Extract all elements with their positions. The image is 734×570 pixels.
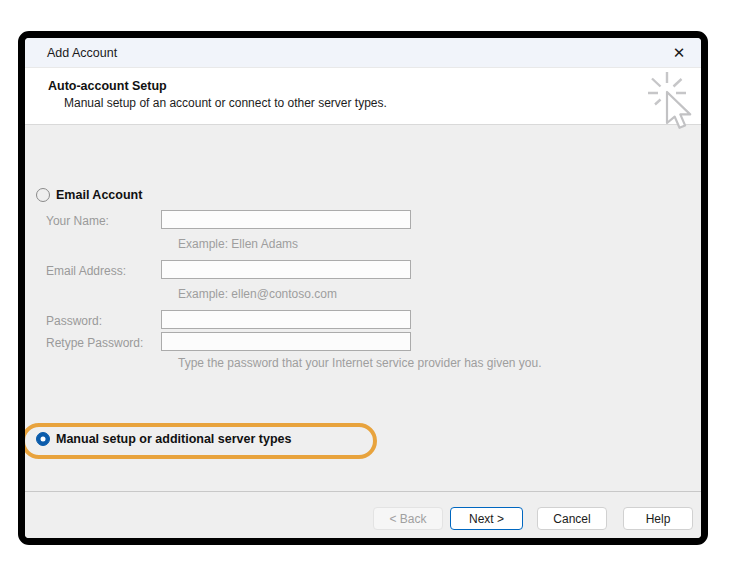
password-label: Password:: [46, 314, 102, 328]
wizard-header: Auto-account Setup Manual setup of an ac…: [25, 68, 701, 125]
retype-password-label: Retype Password:: [46, 336, 143, 350]
cancel-button[interactable]: Cancel: [537, 507, 607, 530]
help-button[interactable]: Help: [623, 507, 693, 530]
radio-checked-icon[interactable]: [36, 432, 50, 446]
close-icon[interactable]: ✕: [665, 40, 693, 66]
retype-password-input[interactable]: [161, 332, 411, 351]
dialog-titlebar: Add Account ✕: [25, 38, 701, 68]
your-name-input[interactable]: [161, 210, 411, 229]
email-address-input[interactable]: [161, 260, 411, 279]
email-account-radio-label: Email Account: [56, 188, 142, 202]
dialog-inner: Add Account ✕ Auto-account Setup Manual …: [25, 38, 701, 538]
page: Add Account ✕ Auto-account Setup Manual …: [0, 0, 734, 570]
email-address-label: Email Address:: [46, 264, 126, 278]
your-name-label: Your Name:: [46, 214, 109, 228]
email-address-hint: Example: ellen@contoso.com: [178, 287, 337, 301]
email-account-radio[interactable]: Email Account: [36, 188, 142, 202]
back-button[interactable]: < Back: [373, 507, 443, 530]
manual-setup-radio-label: Manual setup or additional server types: [56, 432, 291, 446]
dialog-body: Email Account Your Name: Example: Ellen …: [25, 126, 701, 491]
radio-unchecked-icon[interactable]: [36, 188, 50, 202]
add-account-dialog: Add Account ✕ Auto-account Setup Manual …: [18, 31, 708, 545]
next-button[interactable]: Next >: [450, 507, 523, 530]
wizard-header-title: Auto-account Setup: [48, 79, 167, 93]
dialog-title: Add Account: [47, 46, 117, 60]
password-input[interactable]: [161, 310, 411, 329]
manual-setup-radio[interactable]: Manual setup or additional server types: [36, 432, 291, 446]
your-name-hint: Example: Ellen Adams: [178, 237, 298, 251]
password-note: Type the password that your Internet ser…: [178, 356, 542, 370]
dialog-footer: < Back Next > Cancel Help: [25, 491, 701, 538]
wizard-header-subtitle: Manual setup of an account or connect to…: [64, 96, 387, 110]
